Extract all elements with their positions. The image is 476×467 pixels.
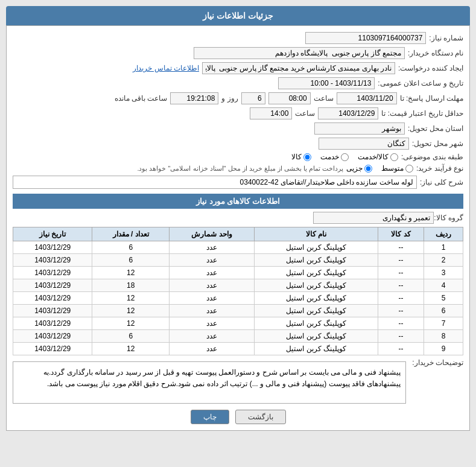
col-name: نام کالا — [255, 227, 378, 241]
purchase-medium[interactable]: متوسط — [381, 164, 413, 173]
cell-name: کوپلینگ کربن استیل — [255, 330, 378, 343]
cell-name: کوپلینگ کربن استیل — [255, 241, 378, 254]
cell-name: کوپلینگ کربن استیل — [255, 305, 378, 317]
cell-qty: 18 — [92, 279, 170, 292]
cell-row: 6 — [424, 305, 463, 317]
cell-name: کوپلینگ کربن استیل — [255, 343, 378, 355]
col-unit: واحد شمارش — [170, 227, 255, 241]
price-validity-date-input[interactable] — [318, 107, 378, 119]
reply-time-input[interactable] — [268, 92, 311, 104]
goods-section-header: اطلاعات کالاهای مورد نیاز — [13, 194, 463, 209]
need-number-input[interactable] — [305, 32, 426, 44]
delivery-city-input[interactable] — [319, 138, 409, 150]
page-title: جزئیات اطلاعات نیاز — [203, 11, 273, 21]
table-row: 5 -- کوپلینگ کربن استیل عدد 12 1403/12/2… — [13, 292, 463, 305]
delivery-province-input[interactable] — [314, 122, 405, 135]
days-label: روز و — [221, 94, 238, 103]
need-desc-label: شرح کلی نیاز: — [420, 178, 463, 186]
buyer-org-label: نام دستگاه خریدار: — [408, 49, 463, 57]
cell-code: -- — [378, 343, 424, 355]
category-option-both[interactable]: کالا/خدمت — [358, 153, 398, 161]
table-row: 3 -- کوپلینگ کربن استیل عدد 12 1403/12/2… — [13, 267, 463, 279]
purchase-type-radio-group: متوسط جزیی — [346, 164, 413, 173]
cell-code: -- — [378, 279, 424, 292]
cell-date: 1403/12/29 — [13, 343, 92, 355]
reply-remaining-input[interactable] — [170, 92, 218, 104]
cell-date: 1403/12/29 — [13, 279, 92, 292]
cell-unit: عدد — [170, 305, 255, 317]
cell-date: 1403/12/29 — [13, 254, 92, 267]
reply-date-input[interactable] — [337, 92, 397, 104]
print-button[interactable]: چاپ — [191, 410, 229, 424]
table-row: 6 -- کوپلینگ کربن استیل عدد 12 1403/12/2… — [13, 305, 463, 317]
cell-row: 1 — [424, 241, 463, 254]
price-validity-time-input[interactable] — [250, 107, 292, 119]
table-row: 1 -- کوپلینگ کربن استیل عدد 6 1403/12/29 — [13, 241, 463, 254]
cell-date: 1403/12/29 — [13, 241, 92, 254]
col-date: تاریخ نیاز — [13, 227, 92, 241]
table-row: 7 -- کوپلینگ کربن استیل عدد 12 1403/12/2… — [13, 317, 463, 330]
back-button[interactable]: بازگشت — [235, 410, 286, 424]
goods-group-input[interactable] — [313, 212, 434, 224]
table-row: 8 -- کوپلینگ کربن استیل عدد 6 1403/12/29 — [13, 330, 463, 343]
request-creator-label: ایجاد کننده درخواست: — [398, 64, 463, 72]
cell-code: -- — [378, 267, 424, 279]
cell-date: 1403/12/29 — [13, 292, 92, 305]
time-label: ساعت — [314, 94, 334, 103]
goods-table: ردیف کد کالا نام کالا واحد شمارش تعداد /… — [13, 227, 463, 355]
purchase-type-label: نوع فرآیند خرید: — [416, 164, 463, 173]
cell-qty: 12 — [92, 305, 170, 317]
buyer-org-input[interactable] — [194, 47, 405, 59]
cell-qty: 12 — [92, 317, 170, 330]
cell-code: -- — [378, 317, 424, 330]
cell-code: -- — [378, 292, 424, 305]
price-validity-label: حداقل تاریخ اعتبار قیمت: تا — [381, 109, 463, 118]
table-row: 4 -- کوپلینگ کربن استیل عدد 18 1403/12/2… — [13, 279, 463, 292]
buyer-notes-content: پیشنهاد فنی و مالی می بایست بر اساس شرح … — [13, 361, 406, 404]
col-row: ردیف — [424, 227, 463, 241]
announce-datetime-input[interactable] — [278, 77, 375, 89]
cell-date: 1403/12/29 — [13, 317, 92, 330]
purchase-partial[interactable]: جزیی — [346, 164, 372, 173]
category-option-service[interactable]: خدمت — [320, 153, 349, 161]
need-desc-input[interactable] — [13, 176, 417, 189]
cell-row: 5 — [424, 292, 463, 305]
cell-row: 9 — [424, 343, 463, 355]
cell-unit: عدد — [170, 267, 255, 279]
cell-qty: 6 — [92, 330, 170, 343]
reply-deadline-label: مهلت ارسال پاسخ: تا — [400, 94, 463, 103]
cell-code: -- — [378, 305, 424, 317]
cell-unit: عدد — [170, 330, 255, 343]
delivery-city-label: شهر محل تحویل: — [412, 139, 463, 148]
cell-unit: عدد — [170, 292, 255, 305]
buyer-contact-link[interactable]: اطلاعات تماس خریدار — [133, 64, 199, 72]
need-number-label: شماره نیاز: — [429, 34, 463, 42]
remaining-label: ساعت باقی مانده — [115, 94, 168, 103]
cell-row: 3 — [424, 267, 463, 279]
category-option-goods[interactable]: کالا — [291, 153, 311, 161]
cell-code: -- — [378, 254, 424, 267]
purchase-desc: پرداخت تمام یا بخشی از مبلغ خرید از محل … — [137, 165, 343, 173]
cell-date: 1403/12/29 — [13, 267, 92, 279]
col-qty: تعداد / مقدار — [92, 227, 170, 241]
cell-qty: 6 — [92, 254, 170, 267]
category-radio-group: کالا/خدمت خدمت کالا — [291, 153, 398, 161]
announce-label: تاریخ و ساعت اعلان عمومی: — [378, 79, 463, 87]
cell-qty: 12 — [92, 343, 170, 355]
goods-group-label: گروه کالا: — [434, 214, 463, 222]
col-code: کد کالا — [378, 227, 424, 241]
time-label2: ساعت — [295, 109, 315, 118]
reply-days-input[interactable] — [241, 92, 265, 104]
cell-row: 4 — [424, 279, 463, 292]
cell-name: کوپلینگ کربن استیل — [255, 279, 378, 292]
cell-row: 7 — [424, 317, 463, 330]
cell-date: 1403/12/29 — [13, 330, 92, 343]
cell-name: کوپلینگ کربن استیل — [255, 254, 378, 267]
cell-unit: عدد — [170, 279, 255, 292]
category-label: طبقه بندی موضوعی: — [401, 153, 463, 161]
cell-row: 2 — [424, 254, 463, 267]
cell-unit: عدد — [170, 343, 255, 355]
table-row: 2 -- کوپلینگ کربن استیل عدد 6 1403/12/29 — [13, 254, 463, 267]
cell-name: کوپلینگ کربن استیل — [255, 292, 378, 305]
request-creator-input[interactable] — [202, 62, 395, 74]
